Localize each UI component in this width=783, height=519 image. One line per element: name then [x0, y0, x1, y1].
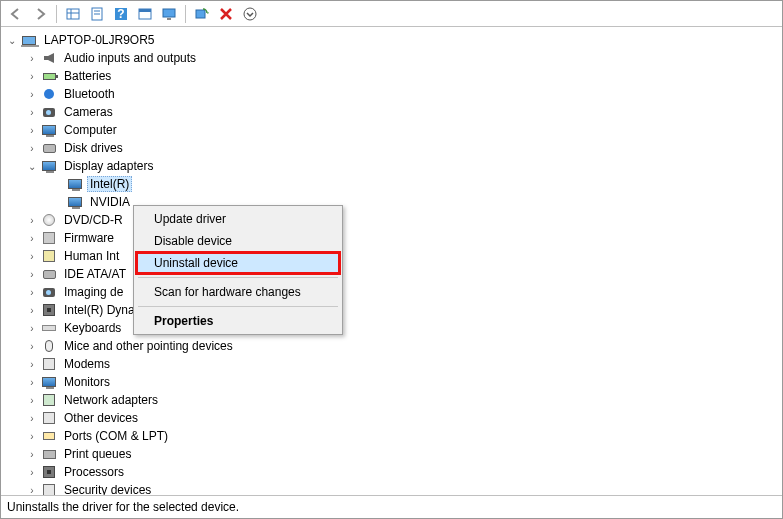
device-tree[interactable]: ⌄LAPTOP-0LJR9OR5›Audio inputs and output… — [1, 27, 782, 495]
tree-root[interactable]: ⌄LAPTOP-0LJR9OR5 — [1, 31, 782, 49]
chevron-right-icon[interactable]: › — [25, 69, 39, 83]
tree-item-label: Cameras — [61, 104, 116, 120]
mon-icon — [41, 122, 57, 138]
tree-category-audio[interactable]: ›Audio inputs and outputs — [1, 49, 782, 67]
svg-rect-11 — [167, 18, 171, 20]
chevron-right-icon[interactable]: › — [25, 375, 39, 389]
chevron-right-icon[interactable]: › — [25, 231, 39, 245]
chevron-right-icon[interactable]: › — [25, 303, 39, 317]
context-menu-uninstall[interactable]: Uninstall device — [136, 252, 340, 274]
chevron-right-icon[interactable]: › — [25, 339, 39, 353]
help-button[interactable]: ? — [110, 3, 132, 25]
tree-item-label: Imaging de — [61, 284, 126, 300]
chevron-right-icon[interactable]: › — [25, 447, 39, 461]
twisty-none — [51, 195, 65, 209]
chevron-right-icon[interactable]: › — [25, 87, 39, 101]
chevron-right-icon[interactable]: › — [25, 141, 39, 155]
tree-category-ide[interactable]: ›IDE ATA/AT — [1, 265, 782, 283]
tree-category-network[interactable]: ›Network adapters — [1, 391, 782, 409]
chevron-right-icon[interactable]: › — [25, 105, 39, 119]
tree-category-batteries[interactable]: ›Batteries — [1, 67, 782, 85]
chevron-right-icon[interactable]: › — [25, 429, 39, 443]
disk-icon — [41, 266, 57, 282]
tree-category-hid[interactable]: ›Human Int — [1, 247, 782, 265]
context-menu-props[interactable]: Properties — [136, 310, 340, 332]
context-menu-disable[interactable]: Disable device — [136, 230, 340, 252]
mon-icon — [41, 158, 57, 174]
status-text: Uninstalls the driver for the selected d… — [7, 500, 239, 514]
context-menu: Update driverDisable deviceUninstall dev… — [133, 205, 343, 335]
tree-item-label: Ports (COM & LPT) — [61, 428, 171, 444]
chevron-right-icon[interactable]: › — [25, 285, 39, 299]
port-icon — [41, 428, 57, 444]
tree-category-ports[interactable]: ›Ports (COM & LPT) — [1, 427, 782, 445]
chevron-right-icon[interactable]: › — [25, 51, 39, 65]
chevron-down-icon[interactable]: ⌄ — [5, 33, 19, 47]
tree-category-monitors[interactable]: ›Monitors — [1, 373, 782, 391]
chevron-down-icon[interactable]: ⌄ — [25, 159, 39, 173]
tree-category-cameras[interactable]: ›Cameras — [1, 103, 782, 121]
tree-category-dvd[interactable]: ›DVD/CD-R — [1, 211, 782, 229]
scan-button[interactable] — [191, 3, 213, 25]
tree-category-display[interactable]: ⌄Display adapters — [1, 157, 782, 175]
tree-item-label: Human Int — [61, 248, 122, 264]
cam-icon — [41, 284, 57, 300]
disk-icon — [41, 140, 57, 156]
svg-rect-12 — [196, 10, 205, 18]
action-button[interactable] — [134, 3, 156, 25]
tree-category-security[interactable]: ›Security devices — [1, 481, 782, 495]
laptop-icon — [21, 32, 37, 48]
forward-button[interactable] — [29, 3, 51, 25]
svg-rect-9 — [139, 9, 151, 12]
monitor-icon — [162, 7, 176, 21]
tree-item-label: Network adapters — [61, 392, 161, 408]
chip-icon — [41, 464, 57, 480]
tree-category-other[interactable]: ›Other devices — [1, 409, 782, 427]
tree-category-disks[interactable]: ›Disk drives — [1, 139, 782, 157]
tree-category-processors[interactable]: ›Processors — [1, 463, 782, 481]
usb-icon — [41, 248, 57, 264]
chevron-right-icon[interactable]: › — [25, 249, 39, 263]
context-menu-scan[interactable]: Scan for hardware changes — [136, 281, 340, 303]
cam-icon — [41, 104, 57, 120]
more-button[interactable] — [239, 3, 261, 25]
tree-category-modems[interactable]: ›Modems — [1, 355, 782, 373]
arrow-left-icon — [9, 7, 23, 21]
chevron-right-icon[interactable]: › — [25, 411, 39, 425]
tree-item-label: NVIDIA — [87, 194, 133, 210]
pc-icon — [41, 410, 57, 426]
chevron-right-icon[interactable]: › — [25, 357, 39, 371]
tree-item-label: Print queues — [61, 446, 134, 462]
properties-button[interactable] — [86, 3, 108, 25]
context-menu-update[interactable]: Update driver — [136, 208, 340, 230]
toolbar-separator — [185, 5, 186, 23]
tree-category-mice[interactable]: ›Mice and other pointing devices — [1, 337, 782, 355]
chevron-right-icon[interactable]: › — [25, 393, 39, 407]
tree-category-printq[interactable]: ›Print queues — [1, 445, 782, 463]
chevron-right-icon[interactable]: › — [25, 267, 39, 281]
tree-category-imaging[interactable]: ›Imaging de — [1, 283, 782, 301]
chevron-right-icon[interactable]: › — [25, 213, 39, 227]
tree-device-nvidia[interactable]: NVIDIA — [1, 193, 782, 211]
chevron-right-icon[interactable]: › — [25, 465, 39, 479]
tree-category-dptf[interactable]: ›Intel(R) Dynamic Platform and Thermal F… — [1, 301, 782, 319]
chevron-right-icon[interactable]: › — [25, 123, 39, 137]
tree-category-firmware[interactable]: ›Firmware — [1, 229, 782, 247]
tree-category-computer[interactable]: ›Computer — [1, 121, 782, 139]
batt-icon — [41, 68, 57, 84]
tree-category-keyboards[interactable]: ›Keyboards — [1, 319, 782, 337]
toolbar-separator — [56, 5, 57, 23]
tree-item-label: Other devices — [61, 410, 141, 426]
chevron-right-icon[interactable]: › — [25, 483, 39, 495]
view-button[interactable] — [158, 3, 180, 25]
svg-text:?: ? — [117, 7, 124, 21]
remove-button[interactable] — [215, 3, 237, 25]
tree-category-bluetooth[interactable]: ›Bluetooth — [1, 85, 782, 103]
tree-item-label: Keyboards — [61, 320, 124, 336]
chevron-right-icon[interactable]: › — [25, 321, 39, 335]
show-hidden-button[interactable] — [62, 3, 84, 25]
back-button[interactable] — [5, 3, 27, 25]
toolbar: ? — [1, 1, 782, 27]
tree-device-intel[interactable]: Intel(R) — [1, 175, 782, 193]
tree-item-label: IDE ATA/AT — [61, 266, 129, 282]
